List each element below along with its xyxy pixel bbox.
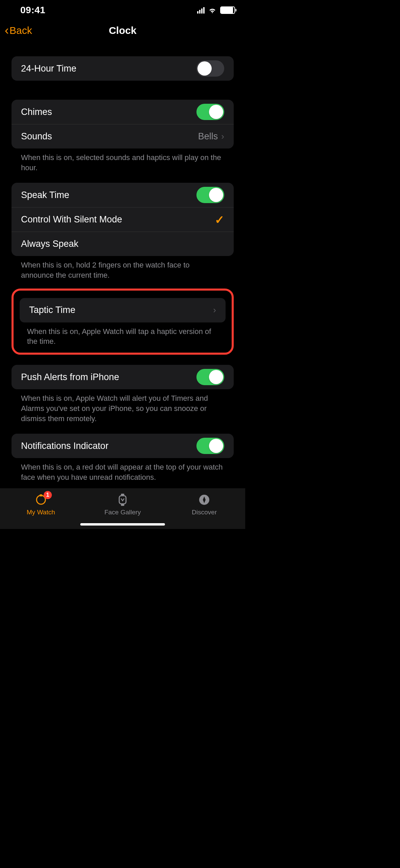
row-sounds[interactable]: Sounds Bells ›: [12, 124, 234, 149]
status-time: 09:41: [20, 5, 45, 16]
tab-discover[interactable]: Discover: [164, 488, 245, 529]
toggle-24-hour-time[interactable]: [196, 60, 224, 77]
row-taptic-time[interactable]: Taptic Time ›: [20, 298, 226, 322]
tab-my-watch[interactable]: 1 My Watch: [0, 488, 82, 529]
row-speak-time[interactable]: Speak Time: [12, 183, 234, 207]
toggle-notifications-indicator[interactable]: [196, 438, 224, 454]
row-24-hour-time[interactable]: 24-Hour Time: [12, 56, 234, 81]
row-label: Chimes: [21, 107, 52, 117]
sounds-value: Bells: [198, 131, 218, 142]
status-bar: 09:41: [0, 0, 245, 20]
row-chimes[interactable]: Chimes: [12, 100, 234, 124]
nav-bar: ‹ Back Clock: [0, 20, 245, 41]
row-control-silent-mode[interactable]: Control With Silent Mode ✓: [12, 207, 234, 232]
row-label: Taptic Time: [29, 305, 76, 315]
row-always-speak[interactable]: Always Speak: [12, 232, 234, 256]
push-footer: When this is on, Apple Watch will alert …: [12, 389, 234, 423]
chimes-footer: When this is on, selected sounds and hap…: [12, 149, 234, 173]
tab-bar: 1 My Watch Face Gallery D: [0, 488, 245, 529]
toggle-push-alerts[interactable]: [196, 369, 224, 385]
chevron-right-icon: ›: [213, 305, 216, 315]
checkmark-icon: ✓: [215, 213, 224, 226]
row-label: Notifications Indicator: [21, 441, 108, 451]
svg-rect-1: [40, 494, 42, 496]
home-indicator[interactable]: [80, 523, 165, 526]
tab-label: My Watch: [27, 509, 55, 516]
status-indicators: [197, 6, 235, 15]
tab-label: Discover: [192, 509, 217, 516]
chevron-right-icon: ›: [221, 131, 224, 142]
tab-label: Face Gallery: [104, 509, 141, 516]
svg-rect-2: [119, 496, 126, 504]
svg-rect-3: [121, 494, 124, 495]
toggle-chimes[interactable]: [196, 104, 224, 120]
chevron-left-icon: ‹: [5, 24, 9, 37]
row-label: Speak Time: [21, 190, 69, 200]
tab-face-gallery[interactable]: Face Gallery: [82, 488, 163, 529]
notif-footer: When this is on, a red dot will appear a…: [12, 458, 234, 482]
row-notifications-indicator[interactable]: Notifications Indicator: [12, 434, 234, 458]
cellular-signal-icon: [197, 7, 205, 14]
highlight-taptic-time: Taptic Time › When this is on, Apple Wat…: [12, 289, 234, 355]
compass-icon: [198, 494, 210, 506]
toggle-speak-time[interactable]: [196, 187, 224, 203]
speak-footer: When this is on, hold 2 fingers on the w…: [12, 256, 234, 280]
row-label: Control With Silent Mode: [21, 214, 122, 225]
svg-rect-4: [121, 504, 124, 506]
face-gallery-icon: [118, 493, 128, 507]
wifi-icon: [208, 6, 217, 15]
taptic-footer: When this is on, Apple Watch will tap a …: [20, 322, 226, 347]
battery-icon: [220, 6, 235, 14]
row-label: Sounds: [21, 131, 52, 142]
row-label: Always Speak: [21, 239, 79, 249]
row-label: Push Alerts from iPhone: [21, 372, 119, 382]
tab-badge: 1: [44, 491, 52, 499]
row-push-alerts[interactable]: Push Alerts from iPhone: [12, 365, 234, 389]
page-title: Clock: [109, 25, 136, 36]
back-button[interactable]: ‹ Back: [5, 24, 32, 37]
row-label: 24-Hour Time: [21, 63, 77, 74]
back-label: Back: [9, 25, 32, 36]
